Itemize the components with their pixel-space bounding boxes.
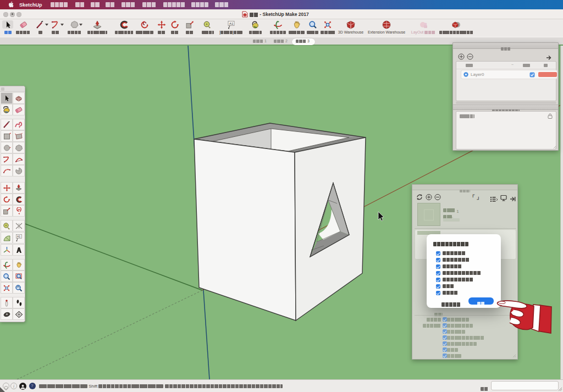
svg-text:A1: A1: [17, 235, 20, 238]
svg-text:A1: A1: [229, 22, 234, 25]
